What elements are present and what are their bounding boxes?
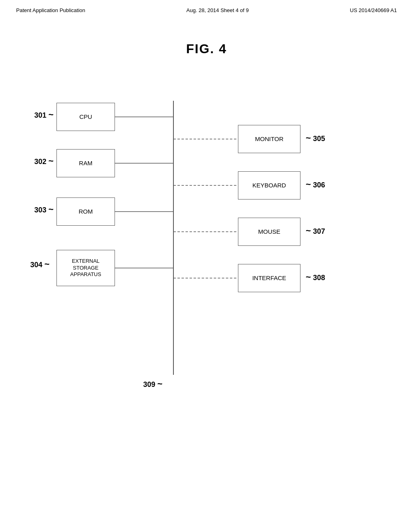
cpu-label: CPU — [79, 113, 92, 121]
rom-label: ROM — [79, 208, 93, 216]
ram-box: RAM — [56, 149, 115, 177]
rom-box: ROM — [56, 197, 115, 226]
cpu-ref: 301 ~ — [34, 110, 54, 120]
header-center: Aug. 28, 2014 Sheet 4 of 9 — [186, 7, 249, 13]
mouse-label: MOUSE — [258, 228, 280, 236]
ram-ref: 302 ~ — [34, 156, 54, 166]
external-storage-ref: 304 ~ — [30, 259, 50, 270]
diagram: CPU 301 ~ RAM 302 ~ ROM 303 ~ EXTERNALST… — [0, 77, 413, 419]
ram-label: RAM — [79, 159, 92, 167]
interface-label: INTERFACE — [252, 274, 286, 282]
figure-title: FIG. 4 — [0, 42, 413, 56]
keyboard-ref: ~ 306 — [306, 179, 325, 190]
bus-ref: 309 ~ — [143, 379, 163, 389]
rom-ref: 303 ~ — [34, 204, 54, 215]
keyboard-label: KEYBOARD — [252, 181, 286, 189]
mouse-ref: ~ 307 — [306, 226, 325, 236]
interface-box: INTERFACE — [238, 264, 300, 292]
keyboard-box: KEYBOARD — [238, 171, 300, 200]
mouse-box: MOUSE — [238, 218, 300, 246]
page-header: Patent Application Publication Aug. 28, … — [0, 0, 413, 17]
monitor-box: MONITOR — [238, 125, 300, 153]
cpu-box: CPU — [56, 103, 115, 131]
monitor-ref: ~ 305 — [306, 133, 325, 143]
header-right: US 2014/240669 A1 — [350, 7, 397, 13]
interface-ref: ~ 308 — [306, 272, 325, 283]
monitor-label: MONITOR — [255, 135, 284, 143]
external-storage-box: EXTERNALSTORAGEAPPARATUS — [56, 250, 115, 286]
external-storage-label: EXTERNALSTORAGEAPPARATUS — [70, 258, 101, 278]
header-left: Patent Application Publication — [16, 7, 85, 13]
